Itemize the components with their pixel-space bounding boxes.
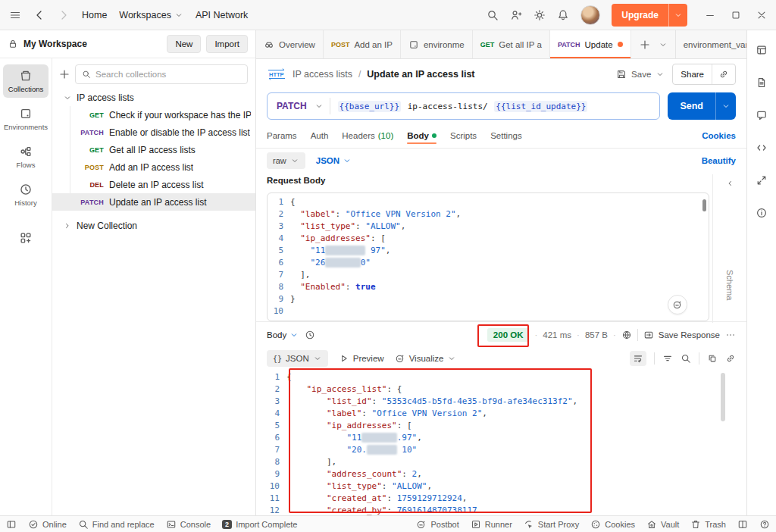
two-pane-button[interactable] — [737, 519, 748, 530]
response-time[interactable]: 421 ms — [543, 330, 571, 340]
related-requests-icon[interactable] — [756, 174, 768, 186]
tab-environme[interactable]: environme — [401, 30, 473, 58]
tab-update[interactable]: PATCHUpdate — [550, 30, 631, 58]
response-body-selector[interactable]: Body — [267, 330, 299, 340]
statusbar-console[interactable]: Console — [166, 519, 211, 530]
menu-icon[interactable] — [9, 9, 21, 21]
statusbar-runner[interactable]: Runner — [471, 519, 512, 530]
tab-params[interactable]: Params — [267, 123, 297, 148]
response-size[interactable]: 857 B — [585, 330, 608, 340]
response-format-selector[interactable]: {} JSON — [267, 350, 328, 367]
method-selector[interactable]: PATCH — [268, 101, 314, 111]
breadcrumb-request-name[interactable]: Update an IP access list — [367, 69, 474, 80]
collection-row[interactable]: IP access lists — [52, 89, 255, 106]
upgrade-dropdown[interactable] — [668, 4, 687, 27]
statusbar-find-and-replace[interactable]: Find and replace — [78, 519, 155, 530]
forward-icon[interactable] — [58, 9, 70, 21]
request-body-editor[interactable]: 1{2 "label": "Office VPN Version 2",3 "l… — [267, 192, 709, 321]
info-icon[interactable] — [756, 207, 768, 219]
cookies-link[interactable]: Cookies — [702, 131, 736, 140]
response-scrollbar[interactable] — [721, 373, 725, 421]
new-collection-row[interactable]: New Collection — [52, 217, 255, 234]
chevron-down-icon[interactable] — [447, 354, 456, 363]
tab-scripts[interactable]: Scripts — [450, 123, 477, 148]
network-info-icon[interactable] — [621, 330, 632, 340]
nav-api-network[interactable]: API Network — [196, 10, 248, 20]
tab-add-an-ip[interactable]: POSTAdd an IP — [324, 30, 401, 58]
response-history-icon[interactable] — [305, 330, 315, 340]
visualize-button[interactable]: Visualize — [395, 353, 457, 364]
method-chevron-icon[interactable] — [314, 102, 324, 111]
tab-body[interactable]: Body — [407, 123, 436, 148]
statusbar-import-complete[interactable]: 2Import Complete — [222, 520, 297, 529]
status-badge[interactable]: 200 OK — [487, 328, 530, 342]
close-icon[interactable] — [756, 10, 767, 20]
import-button[interactable]: Import — [206, 35, 248, 53]
back-icon[interactable] — [33, 9, 45, 21]
invite-user-icon[interactable] — [510, 9, 522, 21]
statusbar-postbot[interactable]: Postbot — [416, 519, 458, 530]
copy-icon[interactable] — [707, 353, 718, 364]
settings-gear-icon[interactable] — [534, 9, 546, 21]
request-item-update-an-ip-access-list[interactable]: PATCHUpdate an IP access list — [52, 193, 255, 211]
rail-item-collections[interactable]: Collections — [3, 64, 48, 98]
schema-tab[interactable]: Schema — [725, 270, 734, 300]
editor-scrollbar[interactable] — [702, 199, 706, 211]
add-collection-icon[interactable] — [58, 68, 70, 80]
statusbar-start-proxy[interactable]: Start Proxy — [524, 519, 579, 530]
chevron-down-icon[interactable] — [656, 70, 665, 79]
statusbar-online[interactable]: Online — [28, 519, 67, 530]
statusbar-cookies[interactable]: Cookies — [590, 519, 635, 530]
send-options-chevron[interactable] — [715, 92, 736, 120]
toggle-sidebar-button[interactable] — [6, 519, 17, 530]
body-type-selector[interactable]: raw — [267, 152, 305, 169]
collapse-panel-icon[interactable] — [725, 179, 734, 188]
nav-home[interactable]: Home — [82, 10, 107, 20]
rail-item-history[interactable]: History — [3, 178, 48, 211]
maximize-icon[interactable] — [731, 10, 741, 20]
breadcrumb-collection[interactable]: IP access lists — [293, 69, 352, 80]
statusbar-vault[interactable]: Vault — [646, 519, 679, 530]
request-item-add-an-ip-access-list[interactable]: POSTAdd an IP access list — [70, 158, 255, 176]
request-item-enable-or-disable-the-ip-access-list[interactable]: PATCHEnable or disable the IP access lis… — [70, 124, 255, 141]
link-icon[interactable] — [725, 353, 736, 364]
nav-workspaces[interactable]: Workspaces — [119, 10, 183, 20]
preview-button[interactable]: Preview — [339, 353, 384, 364]
request-item-get-all-ip-access-lists[interactable]: GETGet all IP access lists — [70, 141, 255, 158]
response-body-viewer[interactable]: 1{2 "ip_access_list": {3 "list_id": "535… — [267, 370, 721, 515]
statusbar-trash[interactable]: Trash — [690, 519, 726, 530]
rail-item-flows[interactable]: Flows — [3, 140, 48, 174]
beautify-link[interactable]: Beautify — [702, 156, 736, 165]
send-button[interactable]: Send — [668, 92, 736, 120]
language-selector[interactable]: JSON — [316, 156, 352, 165]
rail-item-modules[interactable] — [3, 227, 48, 249]
postbot-suggest-button[interactable] — [668, 295, 687, 315]
documentation-icon[interactable] — [756, 77, 768, 89]
search-icon[interactable] — [487, 9, 499, 21]
notifications-bell-icon[interactable] — [557, 9, 569, 21]
tab-headers[interactable]: Headers(10) — [342, 123, 393, 148]
tab-settings[interactable]: Settings — [490, 123, 522, 148]
tab-list-chevron-icon[interactable] — [659, 40, 668, 49]
code-snippet-icon[interactable] — [756, 142, 768, 154]
workspace-name[interactable]: My Workspace — [23, 39, 161, 49]
request-item-check-if-your-workspace-has-the-ip[interactable]: GETCheck if your workspace has the IP... — [70, 106, 255, 124]
search-collections-input[interactable] — [95, 70, 241, 79]
copy-link-icon[interactable] — [712, 64, 735, 84]
save-button[interactable]: Save — [616, 69, 665, 80]
environment-quick-look-icon[interactable] — [756, 44, 768, 56]
minimize-icon[interactable] — [705, 10, 715, 20]
request-item-delete-an-ip-access-list[interactable]: DELDelete an IP access list — [70, 176, 255, 193]
share-button[interactable]: Share — [672, 64, 736, 85]
tab-auth[interactable]: Auth — [311, 123, 329, 148]
search-response-icon[interactable] — [681, 353, 691, 364]
new-button[interactable]: New — [167, 35, 201, 53]
tab-overview[interactable]: Overview — [256, 30, 324, 58]
more-options-icon[interactable] — [725, 330, 736, 340]
upgrade-button[interactable]: Upgrade — [612, 4, 687, 27]
filter-icon[interactable] — [662, 353, 673, 364]
tab-get-all-ip-a[interactable]: GETGet all IP a — [473, 30, 550, 58]
wrap-lines-toggle[interactable] — [630, 351, 646, 366]
search-collections-box[interactable] — [75, 64, 248, 84]
url-input[interactable]: {{base_url}} ip-access-lists/ {{list_id_… — [330, 101, 588, 112]
